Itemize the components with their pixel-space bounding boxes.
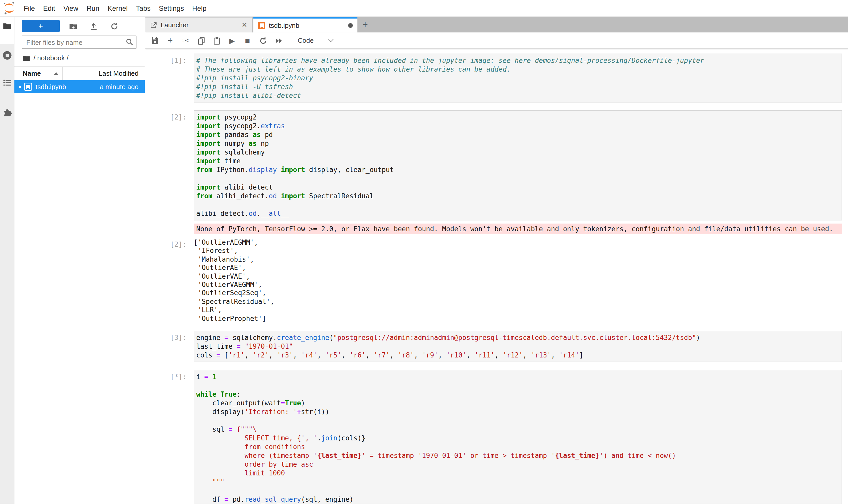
code-line: # These are just left in as examples to … xyxy=(196,65,841,74)
code-line: while True: xyxy=(196,390,841,399)
file-browser-icon[interactable] xyxy=(3,22,11,30)
refresh-icon[interactable] xyxy=(110,21,119,31)
code-cell-2: [2]:import psycopg2import psycopg2.extra… xyxy=(145,110,842,323)
code-line: #!pip install alibi-detect xyxy=(196,91,841,100)
chevron-down-icon xyxy=(328,37,333,42)
run-all-button[interactable] xyxy=(271,34,285,47)
save-button[interactable] xyxy=(148,34,162,47)
code-line: alibi_detect.od.__all__ xyxy=(196,209,841,218)
code-line: limit 1000 xyxy=(196,469,841,478)
menu-settings[interactable]: Settings xyxy=(155,4,188,12)
code-line: df = pd.read_sql_query(sql, engine) xyxy=(196,495,841,503)
code-line: cols = ['r1', 'r2', 'r3', 'r4', 'r5', 'r… xyxy=(196,351,841,360)
menu-tabs[interactable]: Tabs xyxy=(132,4,155,12)
sort-ascending-icon xyxy=(54,72,59,75)
running-kernels-icon[interactable] xyxy=(2,51,12,60)
breadcrumb-path: / notebook / xyxy=(34,54,69,62)
cell-editor[interactable]: import psycopg2import psycopg2.extrasimp… xyxy=(194,110,842,220)
menu-help[interactable]: Help xyxy=(188,4,211,12)
code-line xyxy=(196,174,841,183)
code-line: from conditions xyxy=(196,443,841,451)
menu-kernel[interactable]: Kernel xyxy=(104,4,132,12)
file-modified: a minute ago xyxy=(100,83,145,91)
extensions-icon[interactable] xyxy=(2,108,12,118)
notebook-document: [1]:# The following libraries have alrea… xyxy=(145,49,848,503)
code-line: from IPython.display import display, cle… xyxy=(196,165,841,174)
code-line xyxy=(196,416,841,425)
notebook-file-icon xyxy=(24,83,32,91)
code-line: import numpy as np xyxy=(196,139,841,148)
new-tab-button[interactable]: + xyxy=(357,18,373,33)
code-line: #!pip install psycopg2-binary xyxy=(196,74,841,83)
cell-type-dropdown[interactable]: Code xyxy=(293,34,337,47)
code-line: clear_output(wait=True) xyxy=(196,399,841,408)
code-line: i = 1 xyxy=(196,373,841,381)
stop-button[interactable]: ■ xyxy=(240,34,254,47)
file-row-tsdb[interactable]: tsdb.ipynb a minute ago xyxy=(14,80,145,93)
code-line: import pandas as pd xyxy=(196,130,841,139)
tab-label: Launcher xyxy=(161,21,238,29)
breadcrumb[interactable]: / notebook / xyxy=(14,49,145,67)
new-launcher-button[interactable]: + xyxy=(22,20,60,32)
tab-label: tsdb.ipynb xyxy=(269,22,345,29)
stderr-output: None of PyTorch, TensorFlow >= 2.0, or F… xyxy=(194,223,842,234)
menu-file[interactable]: File xyxy=(20,4,39,12)
file-browser-panel: + xyxy=(14,17,145,503)
close-tab-icon[interactable]: ✕ xyxy=(238,21,247,29)
input-prompt: [1]: xyxy=(145,54,194,103)
launcher-icon xyxy=(150,21,157,29)
column-header-last-modified[interactable]: Last Modified xyxy=(63,70,145,77)
cell-editor[interactable]: engine = sqlalchemy.create_engine("postg… xyxy=(194,331,842,362)
unsaved-changes-icon[interactable] xyxy=(348,23,353,28)
tab-bar: Launcher ✕ tsdb.ipynb + xyxy=(145,17,848,33)
new-folder-icon[interactable] xyxy=(69,21,78,31)
notebook-icon xyxy=(258,22,265,29)
cut-cells-button[interactable]: ✂ xyxy=(179,34,193,47)
cell-type-value: Code xyxy=(298,37,314,44)
tab-launcher[interactable]: Launcher ✕ xyxy=(145,18,252,33)
filter-files xyxy=(22,36,137,49)
menu-edit[interactable]: Edit xyxy=(39,4,59,12)
code-line: import time xyxy=(196,157,841,165)
execute-result: ['OutlierAEGMM', 'IForest', 'Mahalanobis… xyxy=(194,237,842,323)
code-line: sql = f"""\ xyxy=(196,425,841,434)
code-line: from alibi_detect.od import SpectralResi… xyxy=(196,192,841,200)
code-line: import alibi_detect xyxy=(196,183,841,192)
code-line: # The following libraries have already b… xyxy=(196,56,841,65)
activity-bar xyxy=(0,17,14,503)
paste-cells-button[interactable] xyxy=(210,34,223,47)
copy-cells-button[interactable] xyxy=(194,34,208,47)
code-cell-4: [*]:i = 1 while True: clear_output(wait=… xyxy=(145,370,842,503)
code-line: where (timestamp '{last_time}' = timesta… xyxy=(196,451,841,460)
notebook-cells: [1]:# The following libraries have alrea… xyxy=(145,49,842,503)
cell-editor[interactable]: i = 1 while True: clear_output(wait=True… xyxy=(194,370,842,503)
input-prompt: [2]: xyxy=(145,110,194,220)
input-prompt: [*]: xyxy=(145,370,194,503)
menu-run[interactable]: Run xyxy=(83,4,104,12)
code-line: last_time = "1970-01-01" xyxy=(196,342,841,351)
dock-panel: Launcher ✕ tsdb.ipynb + xyxy=(145,17,848,503)
folder-icon xyxy=(23,55,30,61)
code-line: #!pip install -U tsfresh xyxy=(196,83,841,91)
table-of-contents-icon[interactable] xyxy=(3,78,11,87)
menubar: File Edit View Run Kernel Tabs Settings … xyxy=(0,0,848,17)
file-list-header: Name Last Modified xyxy=(14,67,145,80)
search-icon xyxy=(126,38,133,46)
code-line: """ xyxy=(196,478,841,486)
code-line: import psycopg2.extras xyxy=(196,122,841,130)
code-line xyxy=(196,381,841,390)
upload-icon[interactable] xyxy=(89,21,98,31)
run-button[interactable]: ▶ xyxy=(225,34,239,47)
restart-kernel-icon[interactable] xyxy=(256,34,270,47)
file-browser-toolbar: + xyxy=(14,17,145,33)
output-prompt xyxy=(145,223,194,234)
column-header-name[interactable]: Name xyxy=(14,67,63,80)
tab-tsdb-notebook[interactable]: tsdb.ipynb xyxy=(253,17,357,33)
menu-view[interactable]: View xyxy=(59,4,83,12)
unsaved-bullet-icon xyxy=(19,86,21,88)
cell-editor[interactable]: # The following libraries have already b… xyxy=(194,54,842,103)
filter-files-input[interactable] xyxy=(22,36,137,49)
insert-cell-button[interactable]: + xyxy=(163,34,177,47)
notebook-toolbar: + ✂ ▶ ■ xyxy=(145,33,848,49)
code-line: import psycopg2 xyxy=(196,113,841,122)
